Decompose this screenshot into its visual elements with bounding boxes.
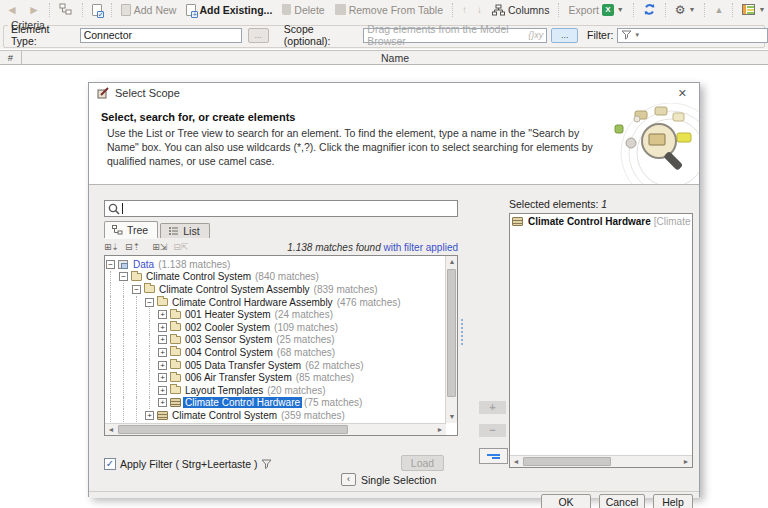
collapse-node-icon[interactable]: − [131, 285, 144, 294]
tab-tree[interactable]: Tree [104, 221, 158, 238]
expand-all-icon[interactable]: ⊞⇣ [104, 242, 119, 252]
collapse-node-icon[interactable]: − [144, 298, 157, 307]
toolbar-separator [558, 3, 559, 17]
show-hierarchy-button[interactable] [56, 2, 76, 17]
search-field-magnifier-icon[interactable] [108, 203, 120, 215]
tree-item-label: Climate Control Hardware Assembly [170, 297, 335, 308]
tree-item[interactable]: +004 Control System(68 matches) [105, 346, 445, 359]
scroll-left-icon[interactable]: ◄ [510, 456, 522, 468]
view-mode-button[interactable]: ▼ [739, 3, 768, 16]
back-icon: ◄ [6, 4, 18, 16]
back-button[interactable]: ◄ [3, 3, 21, 17]
filter-field[interactable]: ▼ [617, 28, 768, 43]
tree-guide-line [131, 359, 144, 372]
criteria-fields-row: Element Type: Connector ... Scope (optio… [0, 25, 768, 45]
tree-item[interactable]: +003 Sensor System(25 matches) [105, 334, 445, 347]
scroll-left-icon[interactable]: ◄ [105, 424, 117, 436]
ok-button[interactable]: OK [541, 494, 591, 508]
folder-icon [170, 361, 183, 369]
export-dropdown-icon[interactable]: ▼ [617, 6, 624, 13]
delete-button[interactable]: Delete [279, 3, 327, 17]
collapse-selected-icon[interactable]: ⊟⇱ [173, 242, 188, 252]
replace-selected-button[interactable] [479, 448, 508, 464]
tree-vertical-scrollbar[interactable]: ▲ ▼ [445, 256, 457, 423]
refresh-button[interactable] [640, 2, 659, 17]
selected-element-item[interactable]: Climate Control Hardware [Climate Contro… [510, 214, 692, 229]
single-selection-toggle[interactable]: ‹ [341, 473, 356, 486]
collapse-panel-button[interactable]: ▲ [711, 4, 726, 16]
tree-item[interactable]: +006 Air Transfer System(85 matches) [105, 371, 445, 384]
apply-filter-checkbox[interactable]: ✓ [104, 458, 116, 470]
tree-guide-line [131, 321, 144, 334]
collapse-node-icon[interactable]: − [118, 272, 131, 281]
cancel-button[interactable]: Cancel [599, 494, 645, 508]
tree-item[interactable]: +005 Data Transfer System(62 matches) [105, 359, 445, 372]
move-down-button[interactable]: ↓ [474, 3, 485, 16]
expand-node-icon[interactable]: + [144, 411, 157, 420]
add-selected-button[interactable]: + [479, 401, 506, 414]
filter-dropdown-icon[interactable]: ▼ [634, 32, 640, 38]
tree-item[interactable]: +Layout Templates(20 matches) [105, 384, 445, 397]
move-up-button[interactable]: ↑ [459, 3, 470, 16]
tree-guide-line [144, 321, 157, 334]
expand-node-icon[interactable]: + [157, 398, 170, 407]
edit-document-button[interactable]: ✓ [89, 3, 105, 17]
column-header-name[interactable]: Name [22, 51, 768, 64]
vertical-scroll-thumb[interactable] [447, 269, 456, 397]
expand-node-icon[interactable]: + [157, 348, 170, 357]
tab-list[interactable]: List [160, 223, 209, 238]
add-new-button[interactable]: Add New [118, 3, 180, 17]
tree-item[interactable]: −Climate Control System Assembly(839 mat… [105, 283, 445, 296]
horizontal-scroll-thumb[interactable] [523, 457, 611, 466]
view-mode-dropdown-icon[interactable]: ▼ [758, 6, 765, 13]
scroll-right-icon[interactable]: ► [680, 456, 692, 468]
scroll-up-icon[interactable]: ▲ [446, 256, 458, 268]
tree-item[interactable]: −Climate Control Hardware Assembly(476 m… [105, 296, 445, 309]
tree-item[interactable]: +001 Heater System(24 matches) [105, 308, 445, 321]
export-button[interactable]: Export X ▼ [565, 3, 626, 17]
tree-item[interactable]: −Climate Control System(840 matches) [105, 271, 445, 284]
expand-node-icon[interactable]: + [157, 373, 170, 382]
close-icon[interactable]: ✕ [674, 87, 691, 100]
selected-elements-list[interactable]: Climate Control Hardware [Climate Contro… [509, 213, 693, 468]
filter-applied-link[interactable]: with filter applied [384, 242, 458, 253]
tree-item[interactable]: +Climate Control Hardware(75 matches) [105, 397, 445, 410]
columns-button[interactable]: Columns [489, 3, 552, 17]
tree-guide-line [118, 409, 131, 422]
forward-button[interactable]: ► [25, 3, 43, 17]
tree-guide-line [118, 283, 131, 296]
folder-icon [131, 273, 144, 281]
expand-node-icon[interactable]: + [157, 361, 170, 370]
load-button[interactable]: Load [401, 455, 444, 471]
expand-node-icon[interactable]: + [157, 335, 170, 344]
dialog-titlebar[interactable]: Select Scope ✕ [89, 83, 699, 103]
tree-item[interactable]: −Data(1.138 matches) [105, 258, 445, 271]
remove-selected-button[interactable]: − [479, 424, 506, 437]
tree-horizontal-scrollbar[interactable]: ◄ ► [105, 423, 446, 435]
search-by-name-input[interactable] [104, 200, 458, 217]
help-button[interactable]: Help [653, 494, 693, 508]
column-header-number[interactable]: # [0, 51, 22, 64]
settings-dropdown-icon[interactable]: ▼ [689, 6, 696, 13]
tree-item[interactable]: +002 Cooler System(109 matches) [105, 321, 445, 334]
add-existing-button[interactable]: + Add Existing... [183, 3, 275, 17]
splitter-handle[interactable] [461, 319, 463, 345]
scroll-down-icon[interactable]: ▼ [446, 411, 458, 423]
scope-browse-button[interactable]: ... [551, 28, 578, 43]
collapse-node-icon[interactable]: − [105, 260, 118, 269]
remove-from-table-button[interactable]: Remove From Table [332, 3, 446, 17]
horizontal-scroll-thumb[interactable] [118, 425, 348, 434]
tree-item[interactable]: +Climate Control System(359 matches) [105, 409, 445, 422]
tree-item-matches: (359 matches) [281, 410, 345, 421]
scroll-right-icon[interactable]: ► [434, 424, 446, 436]
element-type-field[interactable]: Connector [80, 28, 242, 43]
element-type-browse-button[interactable]: ... [248, 28, 269, 43]
expand-node-icon[interactable]: + [157, 310, 170, 319]
scope-field[interactable]: Drag elements from the Model Browser {}x… [363, 28, 547, 43]
expand-node-icon[interactable]: + [157, 386, 170, 395]
expand-node-icon[interactable]: + [157, 323, 170, 332]
collapse-all-icon[interactable]: ⊟⇡ [125, 242, 140, 252]
settings-button[interactable]: ⚙ ▼ [672, 3, 699, 17]
selected-list-horizontal-scrollbar[interactable]: ◄ ► [510, 455, 692, 467]
expand-selected-icon[interactable]: ⊞⇲ [152, 242, 167, 252]
